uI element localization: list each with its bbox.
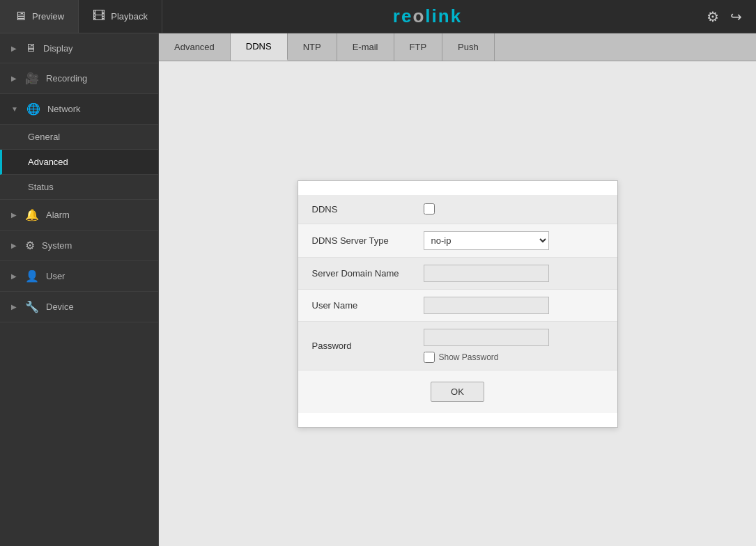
tab-ntp-label: NTP [303,42,321,52]
tab-push-label: Push [458,42,479,52]
sidebar-label-recording: Recording [46,73,87,84]
main-layout: ▶ 🖥 Display ▶ 🎥 Recording ▼ 🌐 Network Ge… [0,33,756,546]
settings-icon[interactable]: ⚙ [707,8,719,25]
ddns-password-control: Show Password [424,329,603,363]
ddns-enable-checkbox[interactable] [424,203,435,214]
sidebar-sub-label-status: Status [28,182,54,192]
sidebar-label-alarm: Alarm [46,210,70,220]
tab-email[interactable]: E-mail [337,33,394,61]
user-icon: 👤 [25,270,39,283]
ddns-password-label: Password [312,341,424,351]
tab-advanced[interactable]: Advanced [159,33,231,61]
ok-row: OK [298,370,617,413]
sidebar-sub-advanced[interactable]: Advanced [0,150,158,175]
sidebar: ▶ 🖥 Display ▶ 🎥 Recording ▼ 🌐 Network Ge… [0,33,159,546]
tab-advanced-label: Advanced [174,42,215,52]
sidebar-label-system: System [42,240,72,251]
ddns-enable-label: DDNS [312,204,424,214]
ddns-server-type-control: no-ip DynDNS [424,231,603,250]
ddns-server-type-row: DDNS Server Type no-ip DynDNS [298,224,617,258]
ddns-server-domain-row: Server Domain Name [298,258,617,290]
show-password-label[interactable]: Show Password [439,352,499,362]
tab-ftp-label: FTP [410,42,427,52]
ok-button[interactable]: OK [431,382,484,402]
content-body: DDNS DDNS Server Type no-ip DynDNS [159,61,756,546]
display-icon: 🖥 [25,42,36,54]
playback-label: Playback [111,11,148,22]
tab-push[interactable]: Push [442,33,495,61]
ddns-password-row: Password Show Password [298,322,617,370]
server-domain-input[interactable] [424,265,549,282]
show-password-row: Show Password [424,352,603,363]
show-password-checkbox[interactable] [424,352,435,363]
sidebar-label-user: User [46,271,65,281]
sidebar-item-device[interactable]: ▶ 🔧 Device [0,292,158,322]
tab-ddns-label: DDNS [246,41,272,52]
preview-tab[interactable]: 🖥 Preview [0,0,79,33]
tab-email-label: E-mail [353,42,378,52]
playback-icon: 🎞 [93,9,105,24]
arrow-icon-device: ▶ [11,303,17,311]
app-logo: reolink [162,6,693,27]
ddns-username-row: User Name [298,290,617,322]
ddns-server-domain-label: Server Domain Name [312,268,424,279]
ddns-enable-control [424,203,603,214]
sidebar-sub-status[interactable]: Status [0,175,158,200]
sidebar-label-display: Display [43,43,73,54]
sidebar-item-alarm[interactable]: ▶ 🔔 Alarm [0,200,158,231]
ddns-enable-row: DDNS [298,195,617,224]
sidebar-item-user[interactable]: ▶ 👤 User [0,261,158,292]
preview-icon: 🖥 [14,9,26,24]
sidebar-item-system[interactable]: ▶ ⚙ System [0,231,158,261]
tab-ntp[interactable]: NTP [288,33,337,61]
arrow-icon-system: ▶ [11,242,17,249]
sidebar-sub-label-general: General [28,132,60,142]
network-icon: 🌐 [26,102,40,116]
system-icon: ⚙ [25,239,35,252]
device-icon: 🔧 [25,300,39,313]
sidebar-sub-label-advanced: Advanced [28,157,68,167]
arrow-icon-user: ▶ [11,272,17,280]
ddns-username-control [424,297,603,314]
password-input[interactable] [424,329,549,346]
arrow-icon-network: ▼ [11,105,18,113]
sidebar-sub-general[interactable]: General [0,125,158,150]
sidebar-item-network[interactable]: ▼ 🌐 Network [0,94,158,125]
arrow-icon-display: ▶ [11,45,17,52]
ddns-panel: DDNS DDNS Server Type no-ip DynDNS [298,180,618,428]
sidebar-item-display[interactable]: ▶ 🖥 Display [0,33,158,63]
ddns-server-type-select[interactable]: no-ip DynDNS [424,231,549,250]
sidebar-label-device: Device [46,302,74,312]
arrow-icon-alarm: ▶ [11,211,17,219]
arrow-icon-recording: ▶ [11,75,17,82]
sidebar-item-recording[interactable]: ▶ 🎥 Recording [0,63,158,94]
tab-ddns[interactable]: DDNS [231,33,288,61]
content-area: Advanced DDNS NTP E-mail FTP Push [159,33,756,546]
username-input[interactable] [424,297,549,314]
preview-label: Preview [32,11,64,22]
tab-bar: Advanced DDNS NTP E-mail FTP Push [159,33,756,61]
playback-tab[interactable]: 🎞 Playback [79,0,162,33]
tab-ftp[interactable]: FTP [394,33,443,61]
sidebar-label-network: Network [47,104,81,114]
alarm-icon: 🔔 [25,208,39,221]
ddns-server-type-label: DDNS Server Type [312,235,424,246]
topbar-actions: ⚙ ↪ [693,8,756,25]
ddns-username-label: User Name [312,300,424,311]
logout-icon[interactable]: ↪ [730,8,742,25]
topbar: 🖥 Preview 🎞 Playback reolink ⚙ ↪ [0,0,756,33]
ddns-server-domain-control [424,265,603,282]
recording-icon: 🎥 [25,72,39,85]
